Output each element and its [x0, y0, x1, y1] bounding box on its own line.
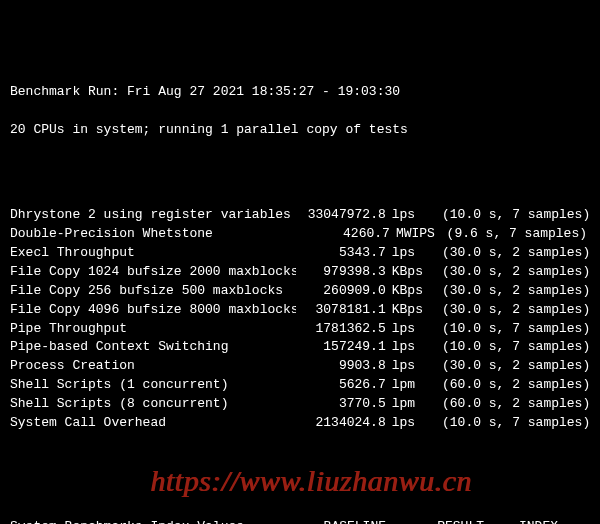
- result-value: 3078181.1: [296, 301, 386, 320]
- result-name: Shell Scripts (8 concurrent): [10, 395, 296, 414]
- result-timing: (10.0 s, 7 samples): [432, 414, 590, 433]
- result-timing: (30.0 s, 2 samples): [432, 357, 590, 376]
- result-unit: KBps: [386, 282, 432, 301]
- index-header-result: RESULT: [386, 518, 484, 524]
- result-name: File Copy 4096 bufsize 8000 maxblocks: [10, 301, 296, 320]
- watermark-text: https://www.liuzhanwu.cn: [150, 459, 471, 503]
- result-name: File Copy 256 bufsize 500 maxblocks: [10, 282, 296, 301]
- result-row: File Copy 4096 bufsize 8000 maxblocks307…: [10, 301, 590, 320]
- result-timing: (9.6 s, 7 samples): [437, 225, 590, 244]
- index-header-baseline: BASELINE: [308, 518, 386, 524]
- result-name: Double-Precision Whetstone: [10, 225, 299, 244]
- result-name: Pipe-based Context Switching: [10, 338, 296, 357]
- result-unit: lps: [386, 414, 432, 433]
- result-value: 33047972.8: [296, 206, 386, 225]
- result-value: 4260.7: [299, 225, 390, 244]
- result-row: Execl Throughput5343.7lps(30.0 s, 2 samp…: [10, 244, 590, 263]
- result-unit: lps: [386, 357, 432, 376]
- result-name: File Copy 1024 bufsize 2000 maxblocks: [10, 263, 296, 282]
- result-row: Pipe-based Context Switching157249.1lps(…: [10, 338, 590, 357]
- result-row: Double-Precision Whetstone4260.7MWIPS(9.…: [10, 225, 590, 244]
- result-name: Pipe Throughput: [10, 320, 296, 339]
- result-value: 157249.1: [296, 338, 386, 357]
- result-row: Dhrystone 2 using register variables3304…: [10, 206, 590, 225]
- result-name: Execl Throughput: [10, 244, 296, 263]
- result-unit: KBps: [386, 263, 432, 282]
- result-row: Shell Scripts (8 concurrent)3770.5lpm(60…: [10, 395, 590, 414]
- result-unit: lps: [386, 244, 432, 263]
- benchmark-run-line: Benchmark Run: Fri Aug 27 2021 18:35:27 …: [10, 83, 590, 102]
- result-unit: KBps: [386, 301, 432, 320]
- result-timing: (30.0 s, 2 samples): [432, 244, 590, 263]
- result-unit: lpm: [386, 395, 432, 414]
- result-timing: (60.0 s, 2 samples): [432, 376, 590, 395]
- result-row: File Copy 256 bufsize 500 maxblocks26090…: [10, 282, 590, 301]
- result-timing: (30.0 s, 2 samples): [432, 301, 590, 320]
- result-value: 9903.8: [296, 357, 386, 376]
- result-unit: MWIPS: [390, 225, 437, 244]
- result-row: System Call Overhead2134024.8lps(10.0 s,…: [10, 414, 590, 433]
- result-timing: (30.0 s, 2 samples): [432, 263, 590, 282]
- result-unit: lps: [386, 320, 432, 339]
- index-header-index: INDEX: [484, 518, 558, 524]
- result-name: System Call Overhead: [10, 414, 296, 433]
- results-table: Dhrystone 2 using register variables3304…: [10, 206, 590, 432]
- result-timing: (10.0 s, 7 samples): [432, 206, 590, 225]
- index-header-row: System Benchmarks Index Values BASELINE …: [10, 518, 590, 524]
- result-value: 2134024.8: [296, 414, 386, 433]
- index-header-title: System Benchmarks Index Values: [10, 518, 308, 524]
- result-unit: lps: [386, 206, 432, 225]
- result-timing: (60.0 s, 2 samples): [432, 395, 590, 414]
- result-value: 5343.7: [296, 244, 386, 263]
- result-name: Dhrystone 2 using register variables: [10, 206, 296, 225]
- result-row: Pipe Throughput1781362.5lps(10.0 s, 7 sa…: [10, 320, 590, 339]
- result-timing: (10.0 s, 7 samples): [432, 320, 590, 339]
- result-unit: lps: [386, 338, 432, 357]
- result-value: 5626.7: [296, 376, 386, 395]
- result-value: 260909.0: [296, 282, 386, 301]
- result-row: Process Creation9903.8lps(30.0 s, 2 samp…: [10, 357, 590, 376]
- result-name: Process Creation: [10, 357, 296, 376]
- result-timing: (10.0 s, 7 samples): [432, 338, 590, 357]
- result-value: 979398.3: [296, 263, 386, 282]
- result-row: File Copy 1024 bufsize 2000 maxblocks979…: [10, 263, 590, 282]
- result-value: 3770.5: [296, 395, 386, 414]
- result-name: Shell Scripts (1 concurrent): [10, 376, 296, 395]
- result-unit: lpm: [386, 376, 432, 395]
- cpu-info-line: 20 CPUs in system; running 1 parallel co…: [10, 121, 590, 140]
- result-value: 1781362.5: [296, 320, 386, 339]
- result-timing: (30.0 s, 2 samples): [432, 282, 590, 301]
- result-row: Shell Scripts (1 concurrent)5626.7lpm(60…: [10, 376, 590, 395]
